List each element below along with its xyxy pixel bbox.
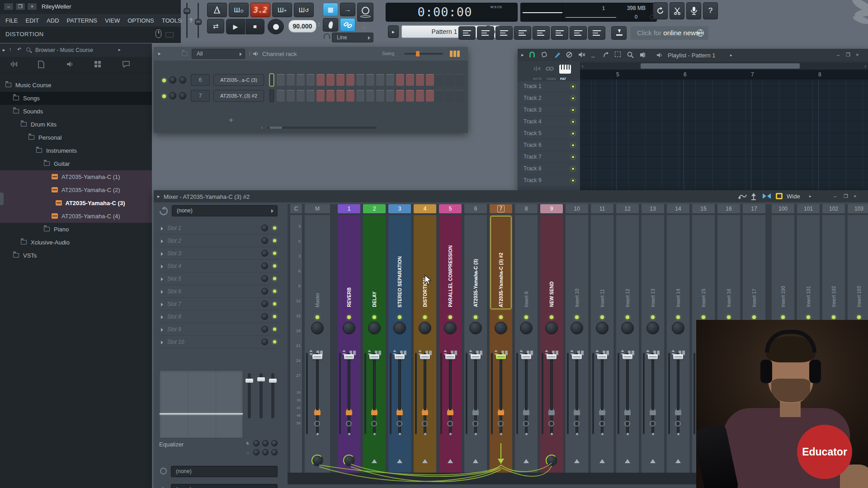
strip-fader-handle[interactable] [521, 354, 531, 359]
strip-fx-plug-icon[interactable] [548, 410, 555, 415]
step-6[interactable] [326, 74, 335, 86]
track-enable-led[interactable] [571, 84, 575, 89]
strip-fader-handle[interactable] [344, 354, 354, 359]
step-1[interactable] [277, 90, 285, 102]
strip-header-7[interactable]: 7 [490, 204, 512, 213]
slot-enable-led[interactable] [273, 290, 276, 293]
toggle-plugin-picker-button[interactable] [570, 26, 587, 40]
strip-header-5[interactable]: 5 [439, 204, 462, 213]
playlist-track-3[interactable]: Track 3 [519, 105, 579, 115]
strip-header-2[interactable]: 2 [363, 204, 386, 213]
playlist-scroll-right[interactable]: › [864, 63, 866, 69]
tree-item-songs[interactable]: Songs [0, 92, 152, 105]
toggle-touch-controller-button[interactable] [588, 26, 605, 40]
strip-enable-led[interactable] [752, 315, 756, 319]
slide-icon[interactable] [542, 52, 549, 58]
strip-header-1[interactable]: 1 [338, 204, 360, 213]
slot-enable-led[interactable] [273, 302, 276, 305]
strip-fader-handle[interactable] [623, 354, 632, 359]
strip-updown-icon[interactable] [309, 350, 313, 352]
plugin-grid-icon[interactable] [94, 61, 103, 68]
slot-mix-knob[interactable] [261, 338, 268, 345]
strip-enable-led[interactable] [474, 315, 477, 319]
tree-item-at2035-yamaha-c-2-[interactable]: AT2035-Yamaha-C (2) [0, 183, 152, 197]
menu-patterns[interactable]: PATTERNS [67, 17, 97, 24]
slot-enable-led[interactable] [273, 315, 276, 318]
news-banner[interactable]: Click for online news [631, 26, 708, 40]
strip-record-icon[interactable] [498, 421, 504, 427]
tree-item-instruments[interactable]: Instruments [0, 144, 152, 157]
tab-pat[interactable]: PAT [560, 77, 566, 80]
step-19[interactable] [456, 74, 464, 86]
eq-knob-3[interactable] [271, 440, 278, 446]
menu-file[interactable]: FILE [5, 17, 18, 24]
mixer-strip-13[interactable]: Insert 13 [642, 215, 664, 473]
mixer-strip-12[interactable]: Insert 12 [616, 215, 639, 473]
step-16[interactable] [426, 74, 434, 86]
slot-arrow-icon[interactable] [161, 277, 163, 281]
strip-header-13[interactable]: 13 [642, 204, 664, 213]
strip-record-icon[interactable] [371, 421, 377, 427]
strip-header-102[interactable]: 102 [822, 204, 845, 213]
fx-slot-7[interactable]: Slot 7 [157, 298, 279, 310]
mixer-view-arrow[interactable]: ▸ [809, 194, 811, 198]
file-icon[interactable] [38, 61, 47, 68]
pattern-menu-button[interactable]: ▸ [388, 25, 399, 38]
step-10[interactable] [366, 90, 374, 102]
playlist-timeline[interactable]: 5678 [580, 70, 868, 80]
microphone-button[interactable] [686, 2, 701, 19]
strip-fader-handle[interactable] [312, 354, 322, 359]
step-11[interactable] [376, 90, 384, 102]
strip-updown-icon[interactable] [342, 350, 346, 352]
tree-item-xclusive-audio[interactable]: Xclusive-Audio [0, 236, 152, 249]
strip-updown-icon[interactable] [545, 350, 548, 352]
mixer-strip-14[interactable]: Insert 14 [667, 215, 689, 473]
slot-arrow-icon[interactable] [161, 252, 163, 256]
track-enable-led[interactable] [571, 155, 575, 159]
step-17[interactable] [436, 90, 444, 102]
typing-keyboard-button[interactable] [323, 18, 338, 32]
step-2[interactable] [287, 74, 295, 86]
playlist-scroll-left[interactable]: ‹ [582, 63, 584, 69]
strip-header-17[interactable]: 17 [743, 204, 765, 213]
browser-up-icon[interactable]: ↑ [9, 47, 12, 52]
knob-mode-button[interactable] [357, 3, 373, 22]
main-volume-slider[interactable] [186, 3, 188, 38]
menu-edit[interactable]: EDIT [25, 17, 39, 24]
fx-slot-1[interactable]: Slot 1 [157, 222, 279, 235]
strip-fader-handle[interactable] [648, 354, 658, 359]
strip-route-in-icon[interactable] [473, 459, 478, 463]
step-9[interactable] [356, 90, 364, 102]
strip-record-icon[interactable] [599, 421, 605, 427]
strip-pan-knob[interactable] [469, 322, 482, 334]
delete-icon[interactable] [566, 52, 573, 58]
strip-header-3[interactable]: 3 [388, 204, 411, 213]
tab-notes-icon[interactable] [533, 66, 541, 72]
strip-fader-handle[interactable] [673, 354, 683, 359]
strip-enable-led[interactable] [499, 315, 503, 319]
strip-header-11[interactable]: 11 [591, 204, 613, 213]
strip-pan-knob[interactable] [444, 322, 457, 334]
strip-fx-plug-icon[interactable] [371, 410, 377, 415]
slot-mix-knob[interactable] [261, 250, 268, 257]
tree-item-guitar[interactable]: Guitar [0, 157, 152, 170]
eq-band-slider-1[interactable] [248, 373, 251, 418]
step-5[interactable] [316, 90, 325, 102]
mixer-strip-3[interactable]: STEREO SEPARATION [388, 215, 411, 473]
step-8[interactable] [346, 74, 354, 86]
slot-enable-led[interactable] [273, 239, 276, 242]
chevron-down-icon[interactable]: ▼ [362, 25, 367, 30]
mixer-strip-6[interactable]: AT2035-Yamaha-C (3) [464, 215, 487, 473]
toggle-project-notes-button[interactable] [551, 26, 568, 40]
strip-fx-plug-icon[interactable] [346, 410, 352, 415]
browser-title-arrow[interactable]: ▸ [118, 48, 121, 52]
slot-enable-led[interactable] [273, 264, 276, 267]
window-restore-button[interactable]: ❐ [15, 3, 25, 10]
strip-enable-led[interactable] [807, 315, 810, 319]
mixer-view-mode[interactable]: Wide [787, 193, 800, 200]
slot-arrow-icon[interactable] [161, 239, 163, 243]
strip-record-icon[interactable] [548, 421, 554, 427]
step-11[interactable] [376, 74, 384, 86]
strip-header-14[interactable]: 14 [667, 204, 689, 213]
strip-fx-plug-icon[interactable] [472, 410, 479, 415]
